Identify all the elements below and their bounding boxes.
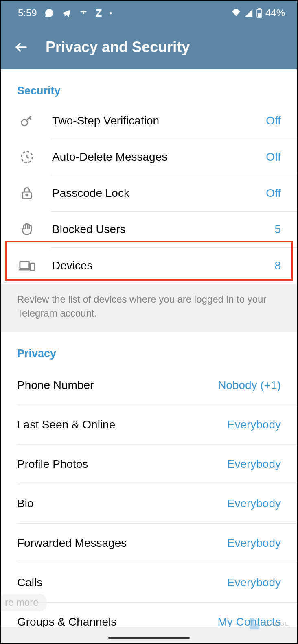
last-seen-item[interactable]: Last Seen & Online Everybody — [1, 405, 297, 444]
security-header: Security — [1, 69, 297, 103]
item-value: Everybody — [227, 418, 281, 431]
telegram-icon — [61, 8, 71, 18]
svg-rect-9 — [250, 618, 254, 629]
devices-icon — [17, 256, 37, 275]
blocked-users-item[interactable]: Blocked Users 5 — [1, 212, 297, 247]
svg-rect-2 — [258, 13, 261, 17]
item-label: Profile Photos — [17, 458, 227, 471]
security-footer: Review the list of devices where you are… — [1, 284, 297, 332]
lock-icon — [17, 183, 37, 203]
status-bar: 5:59 Z • 44% — [1, 1, 297, 25]
key-icon — [17, 111, 37, 131]
devices-item[interactable]: Devices 8 — [1, 248, 297, 284]
bio-item[interactable]: Bio Everybody — [1, 484, 297, 523]
item-value: Off — [266, 151, 281, 164]
z-icon: Z — [96, 7, 102, 20]
page-title: Privacy and Security — [46, 39, 190, 56]
item-value: 8 — [274, 259, 281, 272]
item-value: Everybody — [227, 497, 281, 510]
item-label: Auto-Delete Messages — [52, 151, 266, 164]
item-value: Off — [266, 187, 281, 200]
svg-rect-8 — [31, 263, 35, 270]
calls-item[interactable]: Calls Everybody — [1, 563, 297, 602]
privacy-section: Privacy Phone Number Nobody (+1) Last Se… — [1, 332, 297, 642]
item-label: Bio — [17, 497, 227, 510]
status-left: 5:59 Z • — [18, 7, 112, 20]
item-value: 5 — [274, 223, 281, 236]
item-label: Two-Step Verification — [52, 114, 266, 127]
watermark-logo-icon — [246, 616, 263, 632]
battery-percent: 44% — [265, 7, 285, 19]
app-bar: Privacy and Security — [1, 25, 297, 69]
item-label: Calls — [17, 576, 227, 589]
svg-rect-7 — [20, 262, 29, 269]
item-value: Everybody — [227, 576, 281, 589]
item-label: Last Seen & Online — [17, 418, 227, 431]
item-value: Nobody (+1) — [218, 379, 281, 392]
item-value: Off — [266, 114, 281, 127]
watermark: GADGL — [246, 616, 289, 632]
signal-icon — [244, 9, 253, 17]
watermark-text: GADGL — [265, 620, 289, 627]
item-label: Blocked Users — [52, 223, 274, 236]
hand-icon — [17, 220, 37, 239]
status-right: 44% — [231, 7, 285, 19]
wifi-icon — [231, 8, 241, 18]
auto-delete-messages-item[interactable]: Auto-Delete Messages Off — [1, 139, 297, 175]
re-more-overlay: re more — [0, 594, 47, 611]
dot-icon: • — [110, 9, 112, 18]
item-value: Everybody — [227, 458, 281, 471]
chat-icon — [44, 8, 54, 18]
battery-icon — [256, 8, 262, 18]
security-section: Security Two-Step Verification Off Auto-… — [1, 69, 297, 332]
timer-icon — [17, 147, 37, 167]
back-button[interactable] — [13, 39, 29, 55]
item-label: Forwarded Messages — [17, 537, 227, 550]
svg-point-6 — [26, 194, 28, 196]
item-value: Everybody — [227, 537, 281, 550]
item-label: Phone Number — [17, 379, 218, 392]
svg-rect-1 — [258, 8, 261, 9]
home-indicator[interactable] — [108, 637, 190, 639]
forwarded-messages-item[interactable]: Forwarded Messages Everybody — [1, 524, 297, 563]
missed-call-icon — [79, 8, 88, 18]
profile-photos-item[interactable]: Profile Photos Everybody — [1, 445, 297, 484]
passcode-lock-item[interactable]: Passcode Lock Off — [1, 175, 297, 211]
phone-number-item[interactable]: Phone Number Nobody (+1) — [1, 366, 297, 405]
item-label: Devices — [52, 259, 274, 272]
two-step-verification-item[interactable]: Two-Step Verification Off — [1, 103, 297, 139]
status-time: 5:59 — [18, 7, 37, 19]
privacy-header: Privacy — [1, 332, 297, 366]
svg-rect-10 — [254, 624, 259, 629]
item-label: Passcode Lock — [52, 187, 266, 200]
